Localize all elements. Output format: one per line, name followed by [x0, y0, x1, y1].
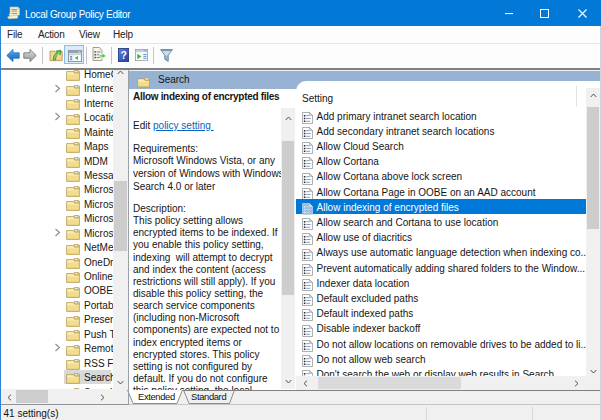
- svg-text:Standard: Standard: [191, 391, 226, 402]
- svg-text:?: ?: [120, 48, 126, 60]
- svg-text:Extended: Extended: [138, 391, 175, 402]
